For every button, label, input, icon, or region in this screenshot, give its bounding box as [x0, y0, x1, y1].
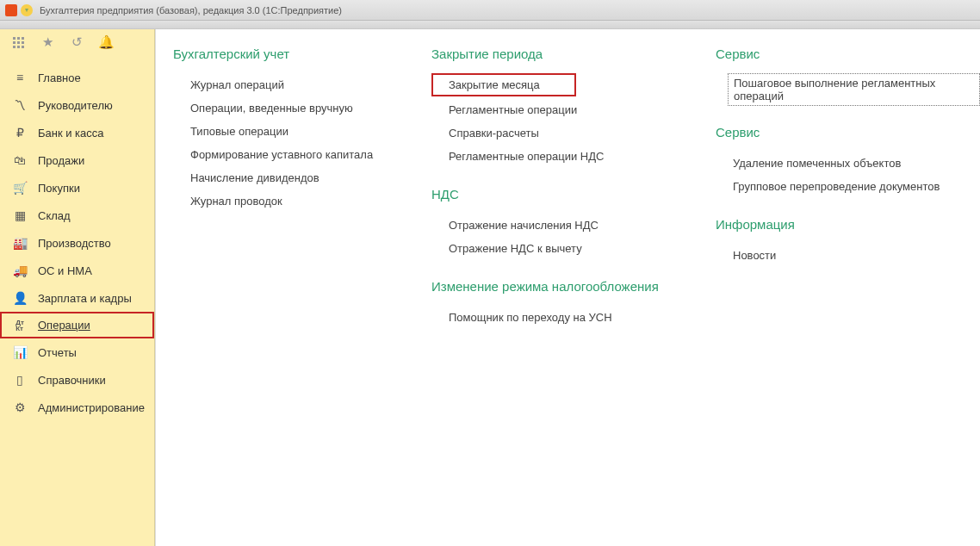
link-reglament-vat[interactable]: Регламентные операции НДС [431, 145, 664, 168]
section-heading: Закрытие периода [431, 47, 664, 61]
sidebar-item-label: Операции [38, 319, 90, 332]
sidebar: ★ ↺ 🔔 ≡ Главное 〽 Руководителю ₽ Банк и … [0, 29, 155, 546]
gear-icon: ⚙ [12, 400, 28, 414]
sidebar-item-operations[interactable]: ДтКт Операции [0, 312, 154, 338]
link-typical-operations[interactable]: Типовые операции [173, 120, 380, 143]
window-title: Бухгалтерия предприятия (базовая), редак… [40, 5, 342, 16]
sidebar-item-sales[interactable]: 🛍 Продажи [0, 146, 154, 174]
main-content: Бухгалтерский учет Журнал операций Опера… [155, 29, 980, 546]
sidebar-item-label: Руководителю [38, 99, 113, 112]
dtkt-icon: ДтКт [12, 320, 28, 332]
sidebar-item-label: Администрирование [38, 401, 145, 414]
sidebar-item-warehouse[interactable]: ▦ Склад [0, 202, 154, 229]
link-news[interactable]: Новости [716, 244, 980, 267]
col-service: Сервис Пошаговое выполнение регламентных… [716, 47, 980, 329]
history-icon[interactable]: ↺ [69, 34, 84, 50]
link-vat-deduct[interactable]: Отражение НДС к вычету [431, 237, 664, 260]
col-period-close: Закрытие периода Закрытие месяца Регламе… [431, 47, 664, 329]
link-stepwise-ops[interactable]: Пошаговое выполнение регламентных операц… [728, 73, 980, 106]
menu-icon: ≡ [12, 71, 28, 84]
book-icon: ▯ [12, 373, 28, 387]
link-dividends[interactable]: Начисление дивидендов [173, 166, 380, 189]
link-usn-helper[interactable]: Помощник по переходу на УСН [431, 306, 664, 329]
sidebar-item-label: Производство [38, 237, 111, 250]
sidebar-item-label: Покупки [38, 182, 80, 195]
person-icon: 👤 [12, 291, 28, 305]
sidebar-item-label: Зарплата и кадры [38, 292, 132, 305]
link-journal-entries[interactable]: Журнал проводок [173, 189, 380, 213]
stats-icon: 📊 [12, 345, 28, 359]
sidebar-item-label: Отчеты [38, 346, 77, 359]
bag-icon: 🛍 [12, 153, 28, 167]
link-capital-formation[interactable]: Формирование уставного капитала [173, 143, 380, 166]
bell-icon[interactable]: 🔔 [98, 34, 114, 50]
link-delete-marked[interactable]: Удаление помеченных объектов [716, 152, 980, 175]
link-manual-operations[interactable]: Операции, введенные вручную [173, 96, 380, 120]
sidebar-item-assets[interactable]: 🚚 ОС и НМА [0, 257, 154, 284]
ruble-icon: ₽ [12, 126, 28, 140]
sidebar-item-label: Банк и касса [38, 127, 104, 140]
nav: ≡ Главное 〽 Руководителю ₽ Банк и касса … [0, 55, 154, 421]
chart-icon: 〽 [12, 98, 28, 112]
section-heading: Бухгалтерский учет [173, 47, 380, 61]
link-vat-accrual[interactable]: Отражение начисления НДС [431, 214, 664, 237]
sidebar-item-admin[interactable]: ⚙ Администрирование [0, 394, 154, 421]
link-calc-refs[interactable]: Справки-расчеты [431, 121, 664, 145]
sidebar-item-purchases[interactable]: 🛒 Покупки [0, 174, 154, 202]
sidebar-item-label: Главное [38, 71, 81, 84]
sidebar-item-production[interactable]: 🏭 Производство [0, 229, 154, 257]
section-heading: Изменение режима налогообложения [431, 279, 664, 294]
sidebar-item-manager[interactable]: 〽 Руководителю [0, 91, 154, 119]
toolstrip [0, 21, 980, 29]
section-heading: Информация [716, 217, 980, 232]
sidebar-toolbar: ★ ↺ 🔔 [0, 29, 154, 55]
section-heading: Сервис [716, 47, 980, 61]
link-journal-operations[interactable]: Журнал операций [173, 73, 380, 96]
titlebar: ▾ Бухгалтерия предприятия (базовая), ред… [0, 0, 980, 21]
col-accounting: Бухгалтерский учет Журнал операций Опера… [173, 47, 380, 329]
cart-icon: 🛒 [12, 181, 28, 195]
sidebar-item-label: Продажи [38, 154, 84, 167]
sidebar-item-reports[interactable]: 📊 Отчеты [0, 338, 154, 366]
section-heading: Сервис [716, 125, 980, 140]
section-heading: НДС [431, 187, 664, 202]
sidebar-item-bank[interactable]: ₽ Банк и касса [0, 119, 154, 146]
link-reglament-ops[interactable]: Регламентные операции [431, 98, 664, 121]
sidebar-item-main[interactable]: ≡ Главное [0, 64, 154, 91]
sidebar-item-label: Склад [38, 209, 71, 222]
sidebar-item-catalogs[interactable]: ▯ Справочники [0, 366, 154, 394]
app-icon [5, 4, 17, 16]
sidebar-item-payroll[interactable]: 👤 Зарплата и кадры [0, 284, 154, 312]
sidebar-item-label: ОС и НМА [38, 264, 92, 277]
link-group-repost[interactable]: Групповое перепроведение документов [716, 175, 980, 198]
link-month-close[interactable]: Закрытие месяца [431, 73, 576, 96]
dropdown-icon[interactable]: ▾ [21, 4, 33, 16]
sidebar-item-label: Справочники [38, 374, 106, 387]
truck-icon: 🚚 [12, 264, 28, 277]
boxes-icon: ▦ [12, 208, 28, 222]
star-icon[interactable]: ★ [40, 34, 55, 50]
apps-icon[interactable] [10, 34, 26, 50]
factory-icon: 🏭 [12, 236, 28, 250]
